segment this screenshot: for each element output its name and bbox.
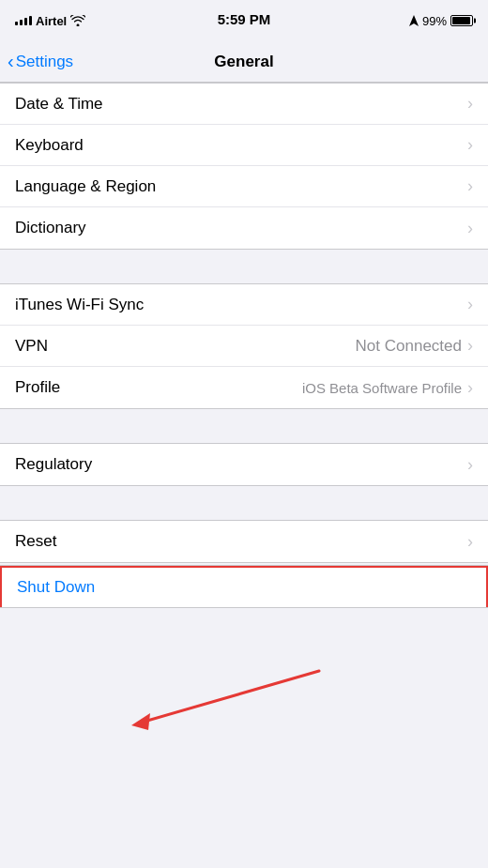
row-itunes-wifi-sync[interactable]: iTunes Wi-Fi Sync › xyxy=(0,284,488,326)
nav-bar: ‹ Settings General xyxy=(0,41,488,83)
chevron-icon-regulatory: › xyxy=(467,455,473,475)
row-label-shut-down: Shut Down xyxy=(17,578,95,597)
group-body-1: Date & Time › Keyboard › Language & Regi… xyxy=(0,83,488,250)
spacer-1 xyxy=(0,250,488,283)
row-date-time[interactable]: Date & Time › xyxy=(0,84,488,125)
settings-group-5: Shut Down xyxy=(0,565,488,608)
settings-group-3: Regulatory › xyxy=(0,443,488,486)
chevron-icon-dictionary: › xyxy=(467,219,473,238)
row-value-profile: iOS Beta Software Profile xyxy=(302,380,462,396)
status-bar: Airtel 5:59 PM 99% xyxy=(0,0,488,41)
row-label-keyboard: Keyboard xyxy=(15,136,467,155)
row-shut-down[interactable]: Shut Down xyxy=(0,566,488,607)
status-right: 99% xyxy=(409,14,473,28)
row-reset[interactable]: Reset › xyxy=(0,521,488,562)
location-icon xyxy=(409,15,419,26)
signal-bars xyxy=(15,16,32,25)
battery-fill xyxy=(452,17,470,24)
row-label-language-region: Language & Region xyxy=(15,177,467,196)
battery-percentage: 99% xyxy=(422,14,447,28)
row-profile[interactable]: Profile iOS Beta Software Profile › xyxy=(0,367,488,408)
chevron-icon-itunes: › xyxy=(467,295,473,314)
carrier-name: Airtel xyxy=(36,14,67,28)
group-body-4: Reset › xyxy=(0,520,488,563)
row-label-itunes: iTunes Wi-Fi Sync xyxy=(15,296,467,314)
row-dictionary[interactable]: Dictionary › xyxy=(0,207,488,249)
settings-container: Date & Time › Keyboard › Language & Regi… xyxy=(0,83,488,868)
row-label-vpn: VPN xyxy=(15,337,356,356)
group-body-5: Shut Down xyxy=(0,565,488,608)
row-label-date-time: Date & Time xyxy=(15,95,467,114)
signal-bar-4 xyxy=(29,16,32,25)
chevron-icon-profile: › xyxy=(467,378,473,398)
chevron-icon-language: › xyxy=(467,176,473,196)
spacer-3 xyxy=(0,486,488,520)
row-keyboard[interactable]: Keyboard › xyxy=(0,125,488,166)
back-label: Settings xyxy=(16,53,73,71)
row-vpn[interactable]: VPN Not Connected › xyxy=(0,326,488,367)
row-regulatory[interactable]: Regulatory › xyxy=(0,444,488,485)
settings-group-4: Reset › xyxy=(0,520,488,563)
back-chevron-icon: ‹ xyxy=(8,51,14,72)
status-left: Airtel xyxy=(15,14,85,28)
chevron-icon-vpn: › xyxy=(467,336,473,356)
status-time: 5:59 PM xyxy=(218,11,271,27)
row-label-reset: Reset xyxy=(15,532,467,551)
back-button[interactable]: ‹ Settings xyxy=(8,52,73,72)
row-label-profile: Profile xyxy=(15,378,302,397)
wifi-icon xyxy=(70,15,85,26)
signal-bar-1 xyxy=(15,22,18,25)
page-title: General xyxy=(214,53,273,71)
signal-bar-3 xyxy=(24,18,27,25)
chevron-icon-keyboard: › xyxy=(467,135,473,155)
group-body-3: Regulatory › xyxy=(0,443,488,486)
row-value-vpn: Not Connected xyxy=(356,337,462,356)
row-language-region[interactable]: Language & Region › xyxy=(0,166,488,207)
row-label-dictionary: Dictionary xyxy=(15,219,467,237)
settings-group-1: Date & Time › Keyboard › Language & Regi… xyxy=(0,83,488,250)
chevron-icon-date-time: › xyxy=(467,94,473,114)
chevron-icon-reset: › xyxy=(467,532,473,552)
settings-group-2: iTunes Wi-Fi Sync › VPN Not Connected › … xyxy=(0,283,488,409)
spacer-2 xyxy=(0,409,488,443)
row-label-regulatory: Regulatory xyxy=(15,455,467,474)
signal-bar-2 xyxy=(20,20,23,25)
battery-icon xyxy=(450,15,473,26)
group-body-2: iTunes Wi-Fi Sync › VPN Not Connected › … xyxy=(0,283,488,409)
